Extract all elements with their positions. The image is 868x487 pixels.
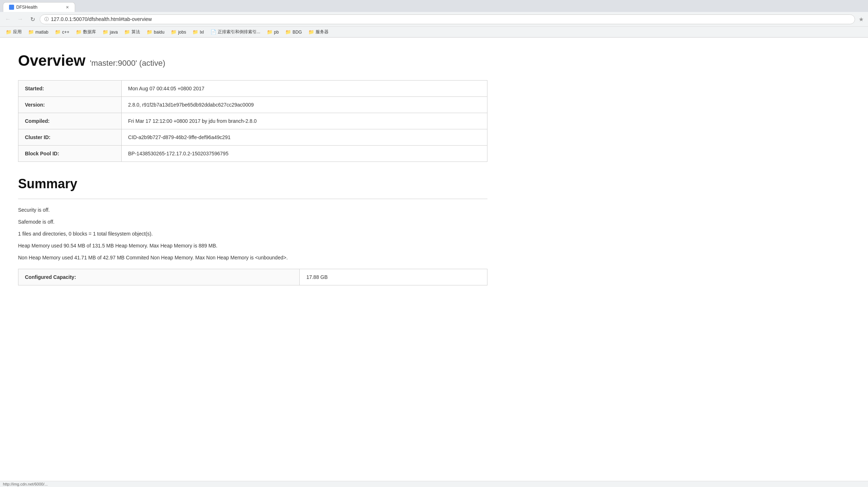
bookmark-item-yingyong[interactable]: 📁 应用 [3,28,25,36]
active-tab[interactable]: DFSHealth ✕ [3,2,75,12]
bookmark-item-baidu[interactable]: 📁 baidu [144,28,167,36]
field-value-clusterid: CID-a2b9b727-d879-46b2-9ffe-def96a49c291 [121,129,487,146]
bookmark-label: 应用 [13,29,22,35]
bookmark-item-lxl[interactable]: 📁 lxl [190,28,207,36]
table-row: Configured Capacity: 17.88 GB [18,269,487,285]
summary-files: 1 files and directories, 0 blocks = 1 to… [18,230,487,238]
security-icon: ⓘ [44,16,49,22]
bookmark-item-matlab[interactable]: 📁 matlab [25,28,51,36]
bookmark-item-java[interactable]: 📁 java [100,28,121,36]
bookmark-item-pb[interactable]: 📁 pb [264,28,282,36]
summary-field-value: 17.88 GB [300,269,487,285]
folder-icon: 📁 [308,29,314,35]
folder-icon: 📁 [28,29,34,35]
tab-title: DFSHealth [16,5,38,10]
summary-safemode: Safemode is off. [18,218,487,226]
folder-icon: 📁 [147,29,152,35]
bookmark-label: pb [274,30,279,35]
bookmark-label: matlab [35,30,48,35]
folder-icon: 📁 [124,29,130,35]
field-value-blockpoolid: BP-1438530265-172.17.0.2-1502037596795 [121,146,487,162]
page-content: Overview 'master:9000' (active) Started:… [0,38,505,300]
folder-icon: 📁 [55,29,61,35]
field-label-version: Version: [18,97,122,113]
bookmark-label: baidu [154,30,164,35]
bookmark-item-database[interactable]: 📁 数据库 [73,28,99,36]
bookmarks-bar: 📁 应用 📁 matlab 📁 c++ 📁 数据库 📁 java 📁 算法 📁 … [0,26,868,37]
summary-divider [18,199,487,199]
tab-bar: DFSHealth ✕ [0,0,868,12]
field-value-version: 2.8.0, r91f2b7a13d1e97be65db92ddabc627cc… [121,97,487,113]
table-row: Compiled: Fri Mar 17 12:12:00 +0800 2017… [18,113,487,129]
field-value-started: Mon Aug 07 00:44:05 +0800 2017 [121,81,487,97]
bookmark-label: 正排索引和倒排索引... [218,29,260,35]
folder-icon: 📁 [76,29,82,35]
tab-favicon [9,5,14,10]
browser-toolbar: ← → ↻ ⓘ ★ [0,12,868,26]
bookmark-item-bdg[interactable]: 📁 BDG [282,28,305,36]
folder-icon: 📁 [285,29,291,35]
bookmark-item-jobs[interactable]: 📁 jobs [168,28,189,36]
summary-heap: Heap Memory used 90.54 MB of 131.5 MB He… [18,242,487,250]
table-row: Cluster ID: CID-a2b9b727-d879-46b2-9ffe-… [18,129,487,146]
folder-icon: 📁 [171,29,177,35]
bookmark-item-server[interactable]: 📁 服务器 [305,28,331,36]
field-label-started: Started: [18,81,122,97]
overview-heading: Overview 'master:9000' (active) [18,52,487,69]
back-button[interactable]: ← [3,14,13,24]
reload-button[interactable]: ↻ [27,14,38,24]
address-bar: ⓘ [40,14,855,24]
bookmark-label: 算法 [131,29,140,35]
bookmark-label: lxl [200,30,204,35]
bookmark-label: BDG [292,30,302,35]
folder-icon: 📁 [103,29,108,35]
table-row: Started: Mon Aug 07 00:44:05 +0800 2017 [18,81,487,97]
field-value-compiled: Fri Mar 17 12:12:00 +0800 2017 by jdu fr… [121,113,487,129]
summary-nonheap: Non Heap Memory used 41.71 MB of 42.97 M… [18,254,487,262]
bookmark-label: 数据库 [83,29,96,35]
field-label-clusterid: Cluster ID: [18,129,122,146]
bookmark-label: 服务器 [316,29,329,35]
doc-icon: 📄 [211,29,216,35]
tab-close-button[interactable]: ✕ [66,5,69,10]
folder-icon: 📁 [192,29,198,35]
overview-subtitle: 'master:9000' (active) [90,59,165,68]
bookmark-item-index[interactable]: 📄 正排索引和倒排索引... [208,28,263,36]
bookmark-label: java [110,30,118,35]
bookmark-item-cpp[interactable]: 📁 c++ [52,28,72,36]
bookmark-star-button[interactable]: ★ [857,14,865,24]
url-input[interactable] [51,16,850,22]
summary-field-label: Configured Capacity: [18,269,300,285]
summary-heading: Summary [18,176,487,191]
browser-chrome: DFSHealth ✕ ← → ↻ ⓘ ★ 📁 应用 📁 matlab 📁 c+… [0,0,868,38]
summary-table: Configured Capacity: 17.88 GB [18,269,487,285]
bookmark-item-algorithm[interactable]: 📁 算法 [121,28,143,36]
bookmark-label: jobs [178,30,186,35]
summary-security: Security is off. [18,206,487,214]
table-row: Block Pool ID: BP-1438530265-172.17.0.2-… [18,146,487,162]
folder-icon: 📁 [6,29,12,35]
field-label-blockpoolid: Block Pool ID: [18,146,122,162]
table-row: Version: 2.8.0, r91f2b7a13d1e97be65db92d… [18,97,487,113]
folder-icon: 📁 [267,29,273,35]
bookmark-label: c++ [62,30,69,35]
field-label-compiled: Compiled: [18,113,122,129]
overview-title-text: Overview [18,52,86,69]
overview-table: Started: Mon Aug 07 00:44:05 +0800 2017 … [18,80,487,162]
forward-button[interactable]: → [15,14,25,24]
